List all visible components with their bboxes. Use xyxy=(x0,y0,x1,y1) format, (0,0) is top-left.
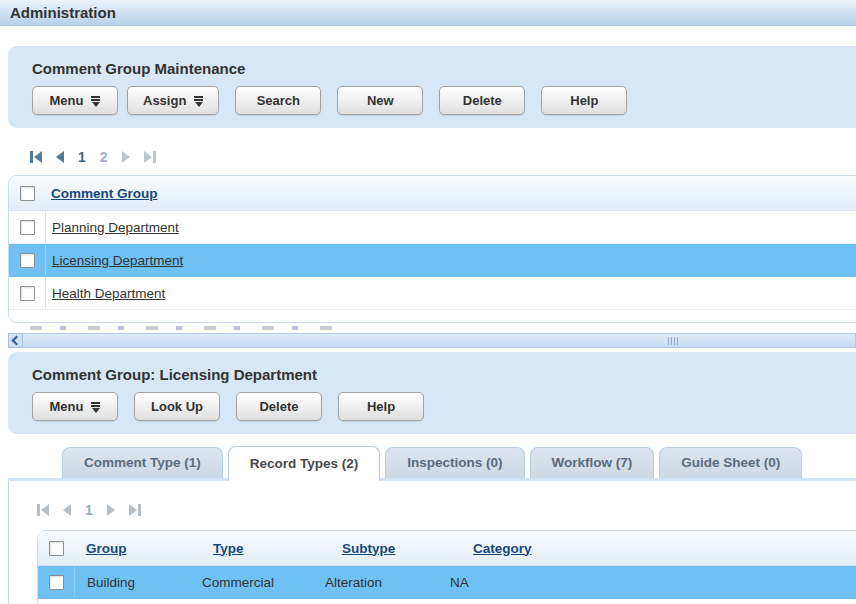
help-button-label: Help xyxy=(570,93,598,108)
row-checkbox-cell xyxy=(9,244,46,276)
search-button[interactable]: Search xyxy=(235,86,321,115)
assign-button[interactable]: Assign xyxy=(127,86,219,115)
row-checkbox[interactable] xyxy=(20,220,35,235)
subtype-cell: Alteration xyxy=(325,575,450,590)
group-list-pagination: 1 2 xyxy=(30,149,856,165)
dropdown-icon xyxy=(194,96,203,107)
comment-group-link[interactable]: Planning Department xyxy=(52,220,179,235)
menu-button-label: Menu xyxy=(50,93,84,108)
subtype-column-header[interactable]: Subtype xyxy=(342,541,467,556)
tab-inspections[interactable]: Inspections (0) xyxy=(385,447,524,478)
app-header: Administration xyxy=(0,0,856,26)
table-header-row: Comment Group xyxy=(9,176,856,211)
new-button-label: New xyxy=(367,93,394,108)
first-page-icon[interactable] xyxy=(37,504,49,516)
delete-button[interactable]: Delete xyxy=(439,86,525,115)
first-page-icon[interactable] xyxy=(30,151,42,163)
clipped-row-remnant xyxy=(30,326,340,330)
row-checkbox-cell xyxy=(9,277,46,309)
detail-delete-button-label: Delete xyxy=(259,399,298,414)
next-page-icon[interactable] xyxy=(122,151,130,163)
row-checkbox[interactable] xyxy=(20,286,35,301)
page-2-link[interactable]: 2 xyxy=(100,149,108,165)
splitter-collapse-button[interactable] xyxy=(8,333,23,348)
search-button-label: Search xyxy=(257,93,300,108)
last-page-icon[interactable] xyxy=(129,504,141,516)
type-column-header[interactable]: Type xyxy=(213,541,336,556)
table-row-selected[interactable]: Licensing Department xyxy=(9,244,856,277)
comment-group-link[interactable]: Health Department xyxy=(52,286,165,301)
row-checkbox-cell xyxy=(38,566,75,598)
detail-delete-button[interactable]: Delete xyxy=(236,392,322,421)
maintenance-toolbar: Menu Assign Search New Delete Help xyxy=(32,86,850,115)
lookup-button[interactable]: Look Up xyxy=(134,392,220,421)
tab-workflow[interactable]: Workflow (7) xyxy=(530,447,655,478)
splitter-track[interactable] xyxy=(23,333,856,348)
dropdown-icon xyxy=(91,96,100,107)
select-all-checkbox[interactable] xyxy=(20,186,35,201)
menu-button[interactable]: Menu xyxy=(32,86,118,115)
splitter-grip-icon[interactable] xyxy=(668,337,680,345)
table-footer-strip xyxy=(9,310,856,322)
dropdown-icon xyxy=(91,402,100,413)
maintenance-panel-title: Comment Group Maintenance xyxy=(32,60,850,77)
next-page-icon[interactable] xyxy=(107,504,115,516)
row-checkbox[interactable] xyxy=(20,253,35,268)
last-page-icon[interactable] xyxy=(144,151,156,163)
help-button[interactable]: Help xyxy=(541,86,627,115)
detail-tabs: Comment Type (1) Record Types (2) Inspec… xyxy=(8,446,856,481)
table-header-row: Group Type Subtype Category xyxy=(38,531,856,566)
table-row[interactable]: Planning Department xyxy=(9,211,856,244)
table-row-selected[interactable]: Building Commercial Alteration NA xyxy=(38,566,856,599)
table-row[interactable]: Health Department xyxy=(9,277,856,310)
type-cell: Commercial xyxy=(202,575,325,590)
prev-page-icon[interactable] xyxy=(63,504,71,516)
category-column-header[interactable]: Category xyxy=(473,541,856,556)
table-footer-strip xyxy=(38,599,856,604)
current-page-number[interactable]: 1 xyxy=(85,502,93,518)
detail-menu-button[interactable]: Menu xyxy=(32,392,118,421)
record-types-pagination: 1 xyxy=(37,502,856,518)
select-all-checkbox[interactable] xyxy=(49,541,64,556)
assign-button-label: Assign xyxy=(143,93,186,108)
chevron-left-icon xyxy=(12,336,22,346)
category-cell: NA xyxy=(450,575,856,590)
horizontal-splitter xyxy=(8,333,856,348)
header-checkbox-cell xyxy=(38,531,74,565)
tab-comment-type[interactable]: Comment Type (1) xyxy=(62,447,223,478)
new-button[interactable]: New xyxy=(337,86,423,115)
tab-record-types[interactable]: Record Types (2) xyxy=(228,446,381,481)
group-column-header[interactable]: Group xyxy=(80,541,207,556)
header-checkbox-cell xyxy=(9,176,45,210)
maintenance-panel: Comment Group Maintenance Menu Assign Se… xyxy=(8,46,856,128)
group-cell: Building xyxy=(75,575,202,590)
comment-group-table: Comment Group Planning Department Licens… xyxy=(8,175,856,323)
row-checkbox[interactable] xyxy=(49,575,64,590)
comment-group-link[interactable]: Licensing Department xyxy=(52,253,183,268)
lookup-button-label: Look Up xyxy=(151,399,203,414)
record-types-table: Group Type Subtype Category Building Com… xyxy=(37,530,856,604)
detail-panel: Comment Group: Licensing Department Menu… xyxy=(8,352,856,434)
detail-panel-title: Comment Group: Licensing Department xyxy=(32,366,850,383)
detail-toolbar: Menu Look Up Delete Help xyxy=(32,392,850,421)
current-page-number[interactable]: 1 xyxy=(78,149,86,165)
comment-group-column-header[interactable]: Comment Group xyxy=(51,186,158,201)
tab-guide-sheet[interactable]: Guide Sheet (0) xyxy=(659,447,802,478)
prev-page-icon[interactable] xyxy=(56,151,64,163)
detail-menu-button-label: Menu xyxy=(50,399,84,414)
delete-button-label: Delete xyxy=(463,93,502,108)
page-title: Administration xyxy=(10,4,116,21)
detail-help-button[interactable]: Help xyxy=(338,392,424,421)
record-types-content: 1 Group Type Subtype Category Building C… xyxy=(8,481,856,604)
detail-help-button-label: Help xyxy=(367,399,395,414)
row-checkbox-cell xyxy=(9,211,46,243)
